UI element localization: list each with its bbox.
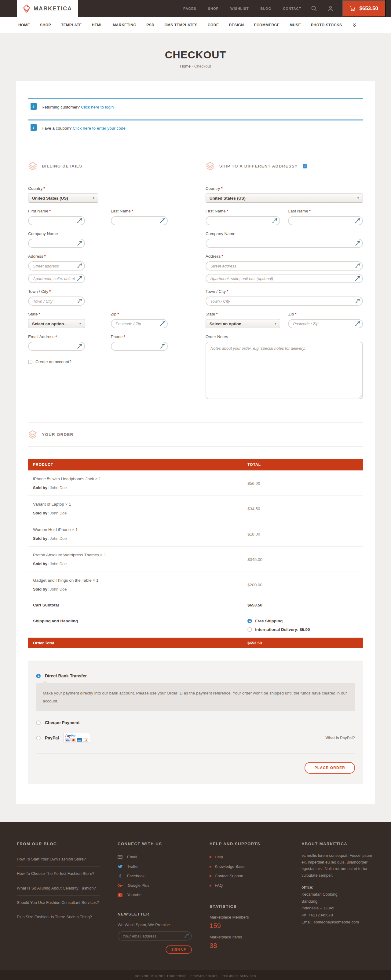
order-item-row: Proton Absolute Wordpress Themes × 1 Sol… <box>28 547 363 572</box>
billing-email-input[interactable] <box>28 342 85 351</box>
returning-customer-notice: i Returning customer? Click here to logi… <box>28 99 363 116</box>
item-price: $18.00 <box>248 532 358 536</box>
help-link[interactable]: Help <box>210 852 284 862</box>
create-account-checkbox[interactable] <box>28 360 32 364</box>
terms-link[interactable]: TERMS OF SERVICES <box>222 975 256 978</box>
shipping-country-select[interactable]: United States (US) ▼ <box>206 194 363 203</box>
billing-phone-input[interactable] <box>111 342 168 351</box>
nav-template[interactable]: TEMPLATE <box>61 23 82 27</box>
billing-state-select[interactable]: Select an option... ▼ <box>28 319 85 328</box>
cart-button[interactable]: $653.50 <box>342 0 386 17</box>
billing-state-field: State* Select an option... ▼ <box>28 312 103 328</box>
nav-overflow-chevrons-icon[interactable] <box>352 23 356 27</box>
payment-cards-image: PayPal <box>63 733 90 743</box>
billing-zip-input[interactable] <box>111 319 168 328</box>
paypal-radio[interactable] <box>36 736 41 740</box>
nav-photo-stocks[interactable]: PHOTO STOCKS <box>311 23 342 27</box>
order-total-row: Order Total $653.50 <box>28 638 363 648</box>
coupon-text: Have a coupon? <box>41 126 72 130</box>
billing-company-input[interactable] <box>28 239 85 248</box>
shipping-address1-input[interactable] <box>206 261 363 270</box>
order-notes-textarea[interactable] <box>206 342 363 399</box>
nav-psd[interactable]: PSD <box>146 23 154 27</box>
nav-marketing[interactable]: MARKETING <box>113 23 136 27</box>
nav-ecommerce[interactable]: ECOMMERCE <box>254 23 280 27</box>
shipping-company-input[interactable] <box>206 239 363 248</box>
item-name: Proton Absolute Wordpress Themes × 1 <box>33 553 248 557</box>
free-shipping-radio[interactable] <box>248 619 252 623</box>
user-icon[interactable] <box>327 5 334 12</box>
newsletter-email-input[interactable] <box>118 931 192 940</box>
top-nav-wishlist[interactable]: WISHLIST <box>230 7 249 10</box>
shipping-address2-input[interactable] <box>206 274 363 283</box>
blog-post-link[interactable]: Should You Use Fashion Consultant Servic… <box>17 896 100 910</box>
login-link[interactable]: Click here to login <box>81 105 114 110</box>
help-link[interactable]: FAQ <box>210 881 284 890</box>
sold-by-label: Sold by: <box>33 562 49 566</box>
shipping-first-name-input[interactable] <box>206 216 280 225</box>
what-is-paypal-link[interactable]: What is PayPal? <box>325 736 355 740</box>
billing-city-input[interactable] <box>28 296 85 305</box>
brand-tag-icon <box>22 4 30 13</box>
required-asterisk: * <box>117 312 119 317</box>
place-order-button[interactable]: PLACE ORDER <box>305 762 355 774</box>
social-facebook-link[interactable]: Facebook <box>118 871 192 881</box>
shipping-state-select[interactable]: Select an option... ▼ <box>206 319 280 328</box>
billing-address2-input[interactable] <box>28 274 85 283</box>
shipping-zip-input[interactable] <box>288 319 363 328</box>
input-arrow-icon <box>77 218 82 224</box>
input-arrow-icon <box>355 218 360 224</box>
blog-post-link[interactable]: What Is So Alluring About Celebrity Fash… <box>17 881 100 896</box>
bank-transfer-radio[interactable] <box>36 674 41 678</box>
footer-about-column: ABOUT MARKETICA ec mollis lorem consequa… <box>302 842 374 954</box>
top-nav-contact[interactable]: CONTACT <box>283 7 301 10</box>
shipping-handling-label: Shipping and Handling <box>33 619 248 632</box>
help-link[interactable]: Knowledge Base <box>210 862 284 871</box>
blog-post-link[interactable]: Plus Size Fashion: Is There Such a Thing… <box>17 910 100 924</box>
youtube-icon <box>118 893 122 897</box>
input-arrow-icon <box>77 344 82 350</box>
mastercard-icon <box>71 738 76 741</box>
order-table-header: PRODUCT TOTAL <box>28 459 363 471</box>
breadcrumb-separator: › <box>192 64 193 68</box>
nav-home[interactable]: HOME <box>18 23 30 27</box>
breadcrumb-home[interactable]: Home <box>180 64 191 68</box>
office-line: Email. someone@someone.com <box>302 919 374 926</box>
blog-post-link[interactable]: How To Choose The Perfect Fashion Store? <box>17 867 100 881</box>
newsletter-signup-button[interactable]: SIGN UP <box>165 945 192 954</box>
international-delivery-radio[interactable] <box>248 627 252 632</box>
brand-logo[interactable]: MARKETICA <box>17 0 78 17</box>
social-twitter-link[interactable]: Twitter <box>118 862 192 871</box>
blog-post-link[interactable]: How To Start Your Own Fashion Store? <box>17 852 100 867</box>
shipping-city-input[interactable] <box>206 296 363 305</box>
top-nav-shop[interactable]: SHOP <box>208 7 219 10</box>
from-our-blog-title: FROM OUR BLOG <box>17 842 100 846</box>
billing-first-name-input[interactable] <box>28 216 85 225</box>
privacy-policy-link[interactable]: PRIVACY POLICY <box>191 975 218 978</box>
search-icon[interactable] <box>311 5 317 12</box>
cheque-payment-radio[interactable] <box>36 721 41 725</box>
nav-shop[interactable]: SHOP <box>40 23 51 27</box>
nav-cms-templates[interactable]: CMS TEMPLATES <box>164 23 197 27</box>
billing-last-name-input[interactable] <box>111 216 168 225</box>
billing-address1-input[interactable] <box>28 261 85 270</box>
social-email-link[interactable]: Email <box>118 852 192 862</box>
social-youtube-link[interactable]: Youtube <box>118 890 192 900</box>
top-nav-pages[interactable]: PAGES <box>183 7 196 10</box>
social-google-plus-link[interactable]: Google Plus <box>118 881 192 890</box>
cart-subtotal-value: $653.50 <box>248 603 358 608</box>
item-price: $56.00 <box>248 481 358 486</box>
nav-code[interactable]: CODE <box>208 23 219 27</box>
shipping-last-name-input[interactable] <box>288 216 363 225</box>
nav-muse[interactable]: MUSE <box>289 23 301 27</box>
nav-design[interactable]: DESIGN <box>229 23 244 27</box>
textarea-resize-grip[interactable] <box>359 396 362 399</box>
billing-country-select[interactable]: United States (US) ▼ <box>28 194 99 203</box>
coupon-link[interactable]: Click here to enter your code <box>73 126 126 130</box>
nav-html[interactable]: HTML <box>92 23 103 27</box>
select-caret-icon: ▼ <box>79 322 81 325</box>
help-link[interactable]: Contact Support <box>210 871 284 881</box>
ship-to-checkbox[interactable] <box>303 164 307 169</box>
create-account-label: Create an account? <box>35 360 72 364</box>
top-nav-blog[interactable]: BLOG <box>260 7 271 10</box>
